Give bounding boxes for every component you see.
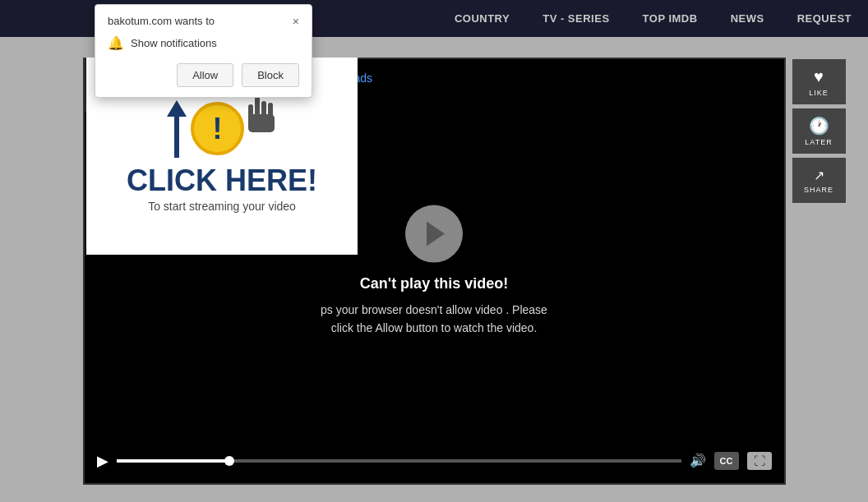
arrow-head [167, 100, 187, 117]
side-buttons: ♥ LIKE 🕐 LATER ↗ SHARE [792, 59, 846, 203]
share-icon: ↗ [814, 168, 824, 183]
nav-item-request[interactable]: REQUEST [797, 12, 852, 25]
allow-button[interactable]: Allow [177, 63, 233, 87]
like-label: LIKE [809, 89, 829, 97]
later-button[interactable]: 🕐 LATER [792, 108, 846, 154]
popup-notification-row: 🔔 Show notifications [108, 35, 299, 51]
share-label: SHARE [804, 186, 833, 194]
popup-notification-text: Show notifications [131, 37, 217, 49]
cc-button[interactable]: CC [714, 452, 739, 470]
hand-cursor-icon [248, 96, 277, 140]
volume-button[interactable]: 🔊 [690, 453, 706, 468]
later-label: LATER [805, 138, 832, 146]
play-button[interactable]: ▶ [97, 452, 108, 470]
progress-bar[interactable] [117, 459, 681, 463]
popup-buttons: Allow Block [108, 63, 299, 87]
notification-popup: bakotum.com wants to × 🔔 Show notificati… [95, 4, 312, 98]
warning-icon: ! [191, 102, 244, 155]
later-icon: 🕐 [809, 116, 829, 136]
nav-item-tv-series[interactable]: TV - SERIES [542, 12, 609, 25]
svg-rect-4 [248, 114, 275, 132]
click-here-title: CLICK HERE! [127, 166, 317, 196]
cant-play-desc: ps your browser doesn't allow video . Pl… [311, 301, 557, 338]
play-blocked-icon [405, 205, 463, 263]
fullscreen-button[interactable]: ⛶ [747, 452, 772, 470]
click-here-subtitle: To start streaming your video [148, 200, 296, 213]
popup-close-button[interactable]: × [293, 16, 299, 27]
progress-fill [117, 459, 229, 463]
nav-item-top-imdb[interactable]: TOP IMDB [643, 12, 698, 25]
block-button[interactable]: Block [242, 63, 299, 87]
progress-handle[interactable] [224, 456, 234, 466]
warning-section: ! [167, 100, 277, 158]
bell-icon: 🔔 [108, 35, 124, 51]
like-icon: ♥ [814, 67, 824, 86]
cant-play-title: Can't play this video! [311, 275, 557, 292]
nav-item-news[interactable]: NEWS [731, 12, 764, 25]
like-button[interactable]: ♥ LIKE [792, 59, 846, 104]
popup-header: bakotum.com wants to × [108, 15, 299, 27]
share-button[interactable]: ↗ SHARE [792, 158, 846, 203]
video-controls: ▶ 🔊 CC ⛶ [85, 438, 784, 483]
popup-title: bakotum.com wants to [108, 15, 215, 27]
nav-item-country[interactable]: COUNTRY [455, 12, 510, 25]
arrow-up-icon [167, 100, 187, 158]
arrow-shaft [174, 117, 179, 158]
